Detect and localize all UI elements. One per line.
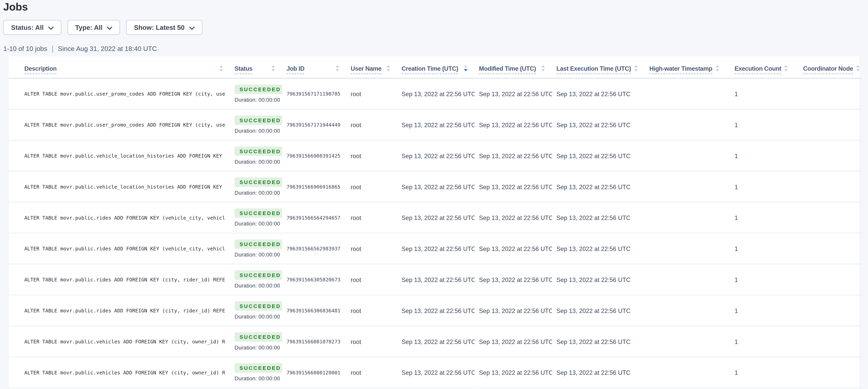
summary-bar: 1-10 of 10 jobs | Since Aug 31, 2022 at …: [3, 44, 868, 53]
job-description-link[interactable]: ALTER TABLE movr.public.rides ADD FOREIG…: [24, 307, 225, 313]
duration-text: Duration: 00:00:00: [235, 128, 280, 134]
column-header-creation-time-utc[interactable]: Creation Time (UTC): [397, 57, 474, 78]
sort-up-arrow-icon: [272, 65, 275, 67]
job-status-cell: SUCCEEDED Duration: 00:00:00: [230, 171, 282, 202]
coordinator-node-cell: [792, 202, 863, 233]
status-badge: SUCCEEDED: [235, 208, 282, 218]
sort-icon: [464, 65, 467, 71]
execution-count-cell: 1: [726, 264, 792, 295]
high-water-timestamp-cell: [645, 140, 726, 171]
sort-icon: [784, 65, 788, 71]
table-row: ALTER TABLE movr.public.rides ADD FOREIG…: [9, 202, 862, 233]
sort-down-arrow-icon: [784, 69, 788, 71]
column-header-high-water-timestamp[interactable]: High-water Timestamp: [645, 57, 726, 78]
duration-text: Duration: 00:00:00: [235, 190, 280, 196]
job-status-cell: SUCCEEDED Duration: 00:00:00: [230, 140, 282, 171]
column-header-last-execution-time-utc[interactable]: Last Execution Time (UTC): [552, 57, 645, 78]
user-name-cell: root: [346, 295, 397, 326]
job-description-link[interactable]: ALTER TABLE movr.public.rides ADD FOREIG…: [24, 215, 225, 220]
user-name-cell: root: [346, 171, 397, 202]
jobs-count-text: 1-10 of 10 jobs: [3, 44, 47, 52]
coordinator-node-cell: [792, 357, 863, 388]
high-water-timestamp-cell: [645, 357, 726, 388]
filter-show-dropdown[interactable]: Show: Latest 50: [126, 20, 202, 35]
duration-text: Duration: 00:00:00: [235, 252, 280, 258]
sort-icon: [272, 65, 275, 71]
modified-time-cell: Sep 13, 2022 at 22:56 UTC: [474, 295, 552, 326]
status-badge: SUCCEEDED: [235, 116, 282, 125]
column-header-status[interactable]: Status: [230, 57, 282, 78]
creation-time-cell: Sep 13, 2022 at 22:56 UTC: [397, 109, 474, 140]
column-label: Status: [235, 65, 252, 74]
job-description-link[interactable]: ALTER TABLE movr.public.vehicles ADD FOR…: [24, 370, 225, 375]
coordinator-node-cell: [792, 109, 863, 140]
column-header-execution-count[interactable]: Execution Count: [726, 57, 792, 78]
last-execution-time-cell: Sep 13, 2022 at 22:56 UTC: [552, 357, 645, 388]
filter-type-dropdown[interactable]: Type: All: [67, 20, 120, 35]
column-header-description[interactable]: Description: [9, 57, 230, 78]
user-name-cell: root: [346, 326, 397, 357]
job-description-cell: ALTER TABLE movr.public.rides ADD FOREIG…: [9, 264, 230, 295]
column-header-job-id[interactable]: Job ID: [282, 57, 346, 78]
column-header-modified-time-utc[interactable]: Modified Time (UTC): [474, 57, 552, 78]
table-row: ALTER TABLE movr.public.vehicles ADD FOR…: [9, 326, 862, 357]
status-badge: SUCCEEDED: [235, 332, 282, 342]
job-id-cell: 796391566306836481: [282, 295, 346, 326]
column-header-coordinator-node[interactable]: Coordinator Node: [792, 57, 863, 78]
status-badge: SUCCEEDED: [235, 363, 282, 373]
last-execution-time-cell: Sep 13, 2022 at 22:56 UTC: [552, 78, 645, 109]
jobs-table: Description Status Job ID User Name: [9, 57, 862, 388]
table-row: ALTER TABLE movr.public.vehicles ADD FOR…: [9, 357, 862, 388]
last-execution-time-cell: Sep 13, 2022 at 22:56 UTC: [552, 264, 645, 295]
execution-count-cell: 1: [726, 78, 792, 109]
creation-time-cell: Sep 13, 2022 at 22:56 UTC: [397, 171, 474, 202]
column-label: Coordinator Node: [803, 65, 853, 74]
user-name-cell: root: [346, 357, 397, 388]
page-title: Jobs: [3, 1, 868, 13]
high-water-timestamp-cell: [645, 202, 726, 233]
sort-down-arrow-icon: [220, 69, 223, 71]
job-status-cell: SUCCEEDED Duration: 00:00:00: [230, 264, 282, 295]
job-description-link[interactable]: ALTER TABLE movr.public.rides ADD FOREIG…: [24, 277, 225, 282]
job-description-cell: ALTER TABLE movr.public.vehicle_location…: [9, 140, 230, 171]
duration-text: Duration: 00:00:00: [235, 314, 280, 320]
filter-status-dropdown[interactable]: Status: All: [3, 20, 61, 35]
job-id-cell: 796391566001078273: [282, 326, 346, 357]
column-header-user-name[interactable]: User Name: [346, 57, 397, 78]
job-description-link[interactable]: ALTER TABLE movr.public.user_promo_codes…: [24, 91, 225, 97]
job-description-link[interactable]: ALTER TABLE movr.public.vehicles ADD FOR…: [24, 338, 225, 344]
coordinator-node-cell: [792, 171, 863, 202]
last-execution-time-cell: Sep 13, 2022 at 22:56 UTC: [552, 109, 645, 140]
job-description-link[interactable]: ALTER TABLE movr.public.vehicle_location…: [24, 153, 222, 158]
job-description-cell: ALTER TABLE movr.public.rides ADD FOREIG…: [9, 202, 230, 233]
summary-divider: |: [52, 44, 53, 53]
last-execution-time-cell: Sep 13, 2022 at 22:56 UTC: [552, 295, 645, 326]
table-row: ALTER TABLE movr.public.user_promo_codes…: [9, 109, 862, 140]
last-execution-time-cell: Sep 13, 2022 at 22:56 UTC: [552, 140, 645, 171]
job-description-link[interactable]: ALTER TABLE movr.public.user_promo_codes…: [24, 122, 225, 127]
chevron-down-icon: [189, 24, 194, 31]
job-status-cell: SUCCEEDED Duration: 00:00:00: [230, 326, 282, 357]
sort-down-arrow-icon: [272, 69, 275, 71]
creation-time-cell: Sep 13, 2022 at 22:56 UTC: [397, 78, 474, 109]
column-label: Creation Time (UTC): [402, 65, 458, 74]
column-label: Last Execution Time (UTC): [556, 65, 631, 74]
status-badge: SUCCEEDED: [235, 85, 282, 94]
job-id-cell: 796391566305820673: [282, 264, 346, 295]
table-row: ALTER TABLE movr.public.rides ADD FOREIG…: [9, 233, 862, 264]
last-execution-time-cell: Sep 13, 2022 at 22:56 UTC: [552, 202, 645, 233]
job-id-cell: 796391567171944449: [282, 109, 346, 140]
duration-text: Duration: 00:00:00: [235, 159, 280, 165]
sort-icon: [336, 65, 339, 71]
sort-down-arrow-icon: [716, 69, 719, 71]
column-label: High-water Timestamp: [649, 65, 712, 74]
sort-icon: [856, 65, 860, 71]
job-id-cell: 796391566564294657: [282, 202, 346, 233]
filter-status-label: Status: All: [11, 24, 44, 31]
coordinator-node-cell: [792, 78, 863, 109]
job-description-link[interactable]: ALTER TABLE movr.public.vehicle_location…: [24, 184, 222, 189]
since-timestamp-text: Since Aug 31, 2022 at 18:40 UTC: [58, 44, 157, 52]
column-label: User Name: [351, 65, 381, 74]
modified-time-cell: Sep 13, 2022 at 22:56 UTC: [474, 264, 552, 295]
job-description-link[interactable]: ALTER TABLE movr.public.rides ADD FOREIG…: [24, 246, 225, 251]
